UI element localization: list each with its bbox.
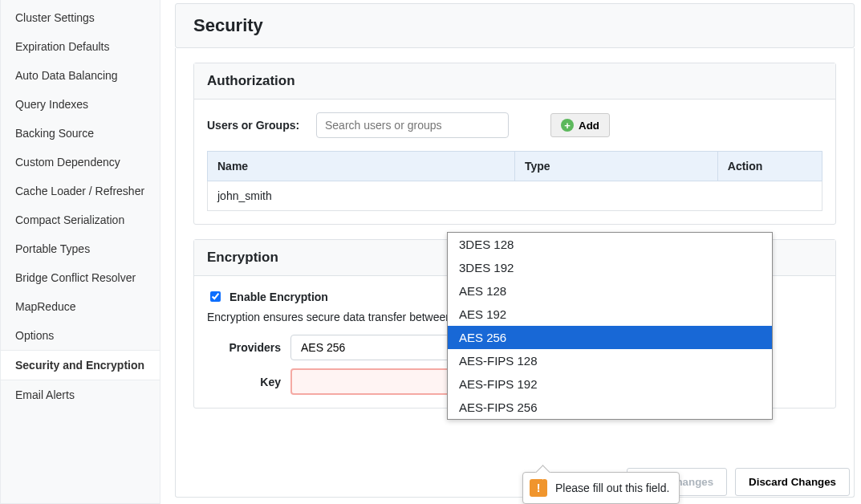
cell-name: john_smith [208,181,515,211]
col-name[interactable]: Name [208,152,515,181]
cell-action [717,181,822,211]
sidebar-item-custom-dependency[interactable]: Custom Dependency [1,148,160,177]
sidebar-item-auto-data-balancing[interactable]: Auto Data Balancing [1,61,160,90]
users-table: Name Type Action john_smith [207,151,822,211]
provider-option[interactable]: AES-FIPS 128 [448,349,772,372]
enable-encryption-row[interactable]: Enable Encryption [207,289,328,304]
authorization-body: Users or Groups: + Add Name Type [194,100,835,224]
sidebar-item-cluster-settings[interactable]: Cluster Settings [1,3,160,32]
main-area: Security Authorization Users or Groups: … [160,0,861,504]
sidebar-item-mapreduce[interactable]: MapReduce [1,292,160,321]
provider-option[interactable]: AES 256 [448,326,772,349]
settings-sidebar: Cluster SettingsExpiration DefaultsAuto … [0,0,160,504]
plus-circle-icon: + [561,119,574,132]
col-type[interactable]: Type [515,152,718,181]
sidebar-item-compact-serialization[interactable]: Compact Serialization [1,205,160,234]
table-row: john_smith [208,181,822,211]
providers-label: Providers [207,341,281,354]
provider-option[interactable]: AES-FIPS 256 [448,396,772,419]
providers-dropdown[interactable]: 3DES 1283DES 192AES 128AES 192AES 256AES… [447,232,773,420]
sidebar-item-bridge-conflict-resolver[interactable]: Bridge Conflict Resolver [1,263,160,292]
enable-encryption-label: Enable Encryption [229,291,328,303]
authorization-panel: Authorization Users or Groups: + Add [193,63,836,225]
content: Authorization Users or Groups: + Add [175,48,855,498]
app-root: Cluster SettingsExpiration DefaultsAuto … [0,0,861,504]
key-label: Key [207,376,281,388]
warning-icon: ! [530,479,547,497]
cell-type [515,181,718,211]
users-groups-label: Users or Groups: [207,119,303,132]
provider-option[interactable]: AES-FIPS 192 [448,372,772,396]
tooltip-text: Please fill out this field. [555,482,669,494]
sidebar-item-security-and-encryption[interactable]: Security and Encryption [1,350,160,380]
page-title: Security [193,15,836,36]
users-groups-row: Users or Groups: + Add [207,112,822,138]
sidebar-item-backing-source[interactable]: Backing Source [1,119,160,148]
sidebar-item-query-indexes[interactable]: Query Indexes [1,90,160,119]
sidebar-item-options[interactable]: Options [1,321,160,350]
authorization-header: Authorization [194,63,835,100]
provider-option[interactable]: AES 128 [448,279,772,303]
validation-tooltip: ! Please fill out this field. [522,472,680,504]
add-button-label: Add [579,120,599,132]
sidebar-item-email-alerts[interactable]: Email Alerts [1,380,160,409]
provider-option[interactable]: 3DES 128 [448,233,772,256]
page-header: Security [175,3,855,48]
enable-encryption-checkbox[interactable] [210,291,221,302]
add-user-button[interactable]: + Add [550,113,610,137]
discard-changes-button[interactable]: Discard Changes [735,468,850,496]
sidebar-item-expiration-defaults[interactable]: Expiration Defaults [1,32,160,61]
sidebar-item-portable-types[interactable]: Portable Types [1,234,160,263]
users-groups-search-input[interactable] [316,112,509,138]
col-action[interactable]: Action [717,152,822,181]
provider-option[interactable]: 3DES 192 [448,256,772,279]
provider-option[interactable]: AES 192 [448,303,772,326]
sidebar-item-cache-loader-refresher[interactable]: Cache Loader / Refresher [1,177,160,205]
